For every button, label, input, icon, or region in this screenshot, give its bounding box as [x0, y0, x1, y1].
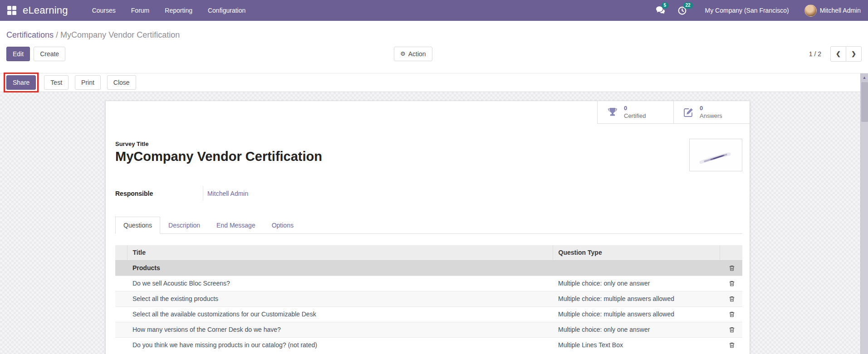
questions-table: Title Question Type Products Do we sell …	[115, 245, 742, 353]
nav-menu-courses[interactable]: Courses	[84, 1, 123, 20]
delete-cell	[720, 306, 742, 322]
breadcrumb-current: MyCompany Vendor Certification	[60, 30, 180, 39]
question-title-cell: How many versions of the Corner Desk do …	[127, 322, 553, 337]
trash-icon[interactable]	[725, 311, 735, 318]
create-button[interactable]: Create	[34, 47, 65, 62]
tab-end-message[interactable]: End Message	[208, 217, 264, 234]
question-type-cell: Multiple choice: only one answer	[553, 322, 720, 337]
grid-square	[7, 11, 11, 15]
delete-cell	[720, 337, 742, 353]
company-switcher[interactable]: My Company (San Francisco)	[705, 7, 789, 14]
trash-icon[interactable]	[725, 342, 735, 349]
scrollbar-thumb[interactable]	[861, 82, 868, 122]
tab-options[interactable]: Options	[264, 217, 302, 234]
scroll-up-button[interactable]: ▲	[861, 73, 868, 82]
question-type-cell	[553, 260, 720, 276]
breadcrumb-separator: /	[56, 30, 60, 39]
test-button[interactable]: Test	[44, 75, 69, 90]
messages-count-badge: 5	[662, 2, 669, 9]
print-button[interactable]: Print	[75, 75, 101, 90]
tab-questions[interactable]: Questions	[115, 217, 160, 234]
question-title-cell: Products	[127, 260, 553, 276]
share-button[interactable]: Share	[6, 75, 36, 90]
control-panel: Certifications / MyCompany Vendor Certif…	[0, 21, 868, 73]
top-navbar: eLearning CoursesForumReportingConfigura…	[0, 0, 868, 21]
survey-title: MyCompany Vendor Certification	[115, 149, 742, 164]
pager-previous-button[interactable]: ❮	[830, 46, 846, 62]
question-type-column-header: Question Type	[553, 245, 720, 260]
vertical-scrollbar[interactable]: ▲	[860, 73, 868, 354]
action-label: Action	[408, 50, 426, 58]
delete-cell	[720, 291, 742, 306]
questions-table-body: Products Do we sell Acoustic Bloc Screen…	[115, 260, 742, 353]
form-view-container: ShareTestPrintClose 0 Certified	[0, 73, 868, 354]
questions-table-header: Title Question Type	[115, 245, 742, 260]
action-button[interactable]: ⚙ Action	[394, 47, 432, 62]
edit-button[interactable]: Edit	[6, 47, 30, 62]
question-row[interactable]: Do you think we have missing products in…	[115, 337, 742, 353]
grid-square	[12, 6, 16, 10]
section-row[interactable]: Products	[115, 260, 742, 276]
user-name: Mitchell Admin	[820, 7, 861, 14]
highlight-box: Share	[4, 73, 39, 93]
nav-menu-forum[interactable]: Forum	[123, 1, 157, 20]
app-name[interactable]: eLearning	[23, 5, 68, 16]
pager: 1 / 2 ❮ ❯	[809, 46, 862, 62]
control-panel-buttons: Edit Create ⚙ Action 1 / 2 ❮ ❯	[6, 46, 862, 62]
nav-menu-reporting[interactable]: Reporting	[157, 1, 200, 20]
pager-next-button[interactable]: ❯	[846, 46, 862, 62]
drag-handle-cell	[115, 276, 127, 291]
question-type-cell: Multiple choice: multiple answers allowe…	[553, 291, 720, 306]
close-button[interactable]: Close	[107, 75, 136, 90]
form-statusbar: ShareTestPrintClose	[0, 73, 868, 92]
question-title-cell: Do you think we have missing products in…	[127, 337, 553, 353]
triangle-up-icon: ▲	[863, 75, 867, 80]
handle-column-header	[115, 245, 127, 260]
trash-icon[interactable]	[725, 265, 735, 272]
question-title-cell: Do we sell Acoustic Bloc Screens?	[127, 276, 553, 291]
notebook-tabs: QuestionsDescriptionEnd MessageOptions	[115, 217, 742, 234]
delete-column-header	[720, 245, 742, 260]
drag-handle-cell	[115, 291, 127, 306]
chevron-left-icon: ❮	[836, 50, 841, 58]
messages-menu[interactable]: 5	[656, 6, 666, 15]
nav-menu-configuration[interactable]: Configuration	[200, 1, 253, 20]
responsible-value-link[interactable]: Mitchell Admin	[203, 186, 369, 201]
gear-icon: ⚙	[400, 50, 406, 58]
form-sheet: 0 Certified 0 Answers Survey Title MyC	[105, 101, 750, 354]
question-type-cell: Multiple choice: only one answer	[553, 276, 720, 291]
user-menu[interactable]: Mitchell Admin	[804, 5, 861, 17]
question-row[interactable]: Do we sell Acoustic Bloc Screens?Multipl…	[115, 276, 742, 291]
breadcrumb: Certifications / MyCompany Vendor Certif…	[6, 21, 862, 46]
grid-square	[12, 11, 16, 15]
tab-description[interactable]: Description	[160, 217, 208, 234]
question-row[interactable]: How many versions of the Corner Desk do …	[115, 322, 742, 337]
trash-icon[interactable]	[725, 296, 735, 302]
question-type-cell: Multiple choice: multiple answers allowe…	[553, 306, 720, 322]
drag-handle-cell	[115, 322, 127, 337]
breadcrumb-parent[interactable]: Certifications	[6, 30, 54, 39]
drag-handle-cell	[115, 337, 127, 353]
grid-square	[7, 6, 11, 10]
question-title-cell: Select all the available customizations …	[127, 306, 553, 322]
apps-menu-icon[interactable]	[7, 6, 16, 15]
question-row[interactable]: Select all the existing productsMultiple…	[115, 291, 742, 306]
question-title-cell: Select all the existing products	[127, 291, 553, 306]
drag-handle-cell	[115, 260, 127, 276]
trash-icon[interactable]	[725, 280, 735, 287]
form-canvas: 0 Certified 0 Answers Survey Title MyC	[0, 92, 868, 354]
activities-count-badge: 22	[683, 2, 693, 9]
chevron-right-icon: ❯	[851, 50, 856, 58]
trash-icon[interactable]	[725, 326, 735, 333]
title-column-header: Title	[127, 245, 553, 260]
drag-handle-cell	[115, 306, 127, 322]
user-avatar	[804, 5, 817, 17]
responsible-label: Responsible	[115, 186, 203, 201]
delete-cell	[720, 276, 742, 291]
question-row[interactable]: Select all the available customizations …	[115, 306, 742, 322]
survey-background-image	[689, 139, 742, 171]
activities-menu[interactable]: 22	[677, 6, 687, 15]
systray: 5 22 My Company (San Francisco) Mitchell…	[644, 5, 861, 17]
main-menu: CoursesForumReportingConfiguration	[84, 1, 254, 20]
pager-count: 1 / 2	[809, 50, 821, 58]
